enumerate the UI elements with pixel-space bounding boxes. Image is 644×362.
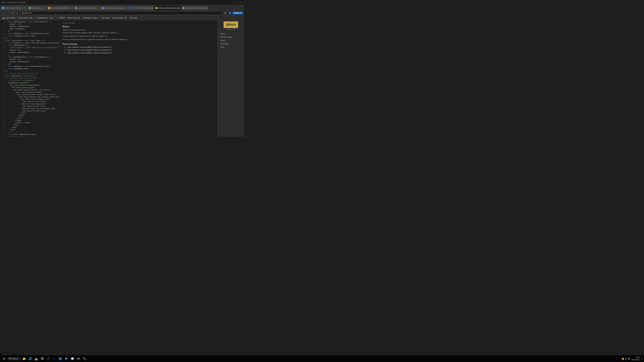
bookmark-label-3: Workspaces – Gith... [39,17,54,19]
tab-async[interactable]: (A) Async function is only available... … [181,6,208,10]
sidebar-install[interactable]: Install [219,39,243,42]
tab-close-3[interactable]: ✕ [72,7,74,9]
bookmark-code-institute-2[interactable]: Code Institute | Hac... [17,16,35,19]
tab-favicon-5 [102,7,104,9]
bookmark-label-7: color wheel [101,17,110,19]
bookmark-new-chat[interactable]: New chat [129,16,138,19]
sidebar-documentation[interactable]: Documentation [219,35,243,39]
warning-line-1: 15 [62,46,66,48]
tab-w3c[interactable]: The W3C CSS Validation Service ✕ [127,6,154,10]
tab-close-4[interactable]: ✕ [98,7,100,9]
tab-smart-vacations[interactable]: SmartVacations ✕ [28,6,47,10]
warning-text-1: 'async functions' is only available in E… [67,46,112,48]
tab-label-7: JSHint, a JavaScript Code Qualit... [158,7,181,9]
metrics-line-2: Function with the largest signature take… [62,31,215,34]
jshint-version: version 2.13.6 [219,28,243,30]
browser-title: JSHint, a JavaScript Code Qualit... [1,1,27,3]
bookmark-label-6: Windows5 · Web A... [83,17,99,19]
bookmarks-bar: 💻 Code Institute Code Institute | Hac...… [0,16,244,20]
tab-favicon-7 [156,7,158,9]
home-button[interactable]: ⌂ [16,11,20,15]
sidebar-nav: About Documentation Install Contribute B… [219,32,243,49]
tab-label-1: travel_advice.js · revolutionis... [5,7,23,9]
profile-button[interactable]: 👤 [228,11,232,15]
metrics-line-4: The most complex function has a cyclomat… [62,38,215,41]
bookmark-windows5[interactable]: Windows5 · Web A... [82,16,100,19]
tab-hackathon[interactable]: revolutionising-finance-hack... ✕ [74,6,100,10]
bookmark-python-tutor[interactable]: Python Tutor cod... [66,16,82,19]
tab-label-2: SmartVacations [32,7,42,9]
forward-button[interactable]: → [6,11,10,15]
bookmark-label-2: Code Institute | Hac... [18,17,34,19]
jshint-sidebar: JSHint version 2.13.6 About Documentatio… [217,20,244,137]
browser-chrome: JSHint, a JavaScript Code Qualit... – □ … [0,0,244,20]
warning-text-3: 'async functions' is only available in E… [67,52,112,54]
tab-travel-advice[interactable]: travel_advice.js · revolutionis... ✕ [1,6,28,10]
jshint-logo: JSHint version 2.13.6 [219,21,243,30]
code-editor[interactable]: 4546474849505152535455565758596061626364… [0,20,60,137]
warning-item-2: 39 'async functions' is only available i… [62,49,215,51]
js-text: JS [226,23,230,26]
tab-favicon-6 [129,7,131,9]
title-bar: JSHint, a JavaScript Code Qualit... – □ … [0,0,244,5]
bookmark-workspaces[interactable]: 🔧 Workspaces – Gith... [35,16,56,19]
new-tab-button[interactable]: + [208,6,212,10]
results-panel: CONFIGURE Metrics There are 7 functions … [60,20,217,137]
tab-label-5: api exchange rates · Google Se... [104,7,127,9]
code-panel: 4546474849505152535455565758596061626364… [0,20,60,137]
address-bar[interactable]: 🔒 jshint.com [20,11,222,15]
warning-line-3: 55 [62,52,66,54]
warnings-title: Three warnings [62,43,215,45]
maximize-button[interactable]: □ [236,1,239,4]
warning-item-3: 55 'async functions' is only available i… [62,52,215,54]
warning-item-1: 15 'async functions' is only available i… [62,46,215,48]
nav-bar: ← → ↻ ⌂ 🔒 jshint.com ⚙ 👤 Update ▼ [0,10,244,16]
update-button[interactable]: Update ▼ [232,12,243,14]
url-text: jshint.com [24,12,32,14]
bookmark-icon-2: 🔧 [36,17,38,19]
main-content: 4546474849505152535455565758596061626364… [0,20,244,137]
back-button[interactable]: ← [1,11,5,15]
extensions-button[interactable]: ⚙ [223,11,227,15]
tab-favicon-4 [75,7,77,9]
tab-favicon-8 [182,7,184,9]
metrics-section: Metrics There are 7 functions in this fi… [62,25,215,41]
bookmark-icon: 💻 [2,17,4,19]
metrics-text: There are 7 functions in this file. Func… [62,29,215,41]
sidebar-about[interactable]: About [219,32,243,35]
metrics-title: Metrics [62,25,215,28]
tab-favicon-2 [29,7,31,9]
metrics-line-1: There are 7 functions in this file. [62,29,215,31]
window-controls: – □ ✕ [232,1,243,4]
metrics-line-3: Largest function has 8 statements in it,… [62,35,215,37]
warnings-section: Three warnings 15 'async functions' is o… [62,43,215,54]
code-content[interactable]: const amadeuResponse = await fetch(amade… [5,20,60,137]
tab-label-8: (A) Async function is only available... [185,7,208,9]
bookmark-stackoverflow[interactable]: Stack Overflow - W... [111,16,129,19]
tab-api-rates[interactable]: api exchange rates · Google Se... ✕ [100,6,127,10]
tab-close-1[interactable]: ✕ [24,7,26,9]
warning-text-2: 'async functions' is only available in E… [67,49,112,51]
bookmark-github[interactable]: ⚫ GitHub [56,16,66,19]
sidebar-contribute[interactable]: Contribute [219,42,243,45]
close-button[interactable]: ✕ [239,1,243,4]
tab-bar: travel_advice.js · revolutionis... ✕ Sma… [0,5,244,10]
hint-text: Hint [230,23,236,26]
jshint-logo-box: JSHint [224,21,238,28]
minimize-button[interactable]: – [232,1,235,4]
warning-line-2: 39 [62,49,66,51]
bookmark-label-9: New chat [130,17,137,19]
tab-fetch[interactable]: JavaScript fetch() | Talking to... ✕ [47,6,74,10]
tab-jshint[interactable]: JSHint, a JavaScript Code Qualit... ✕ [154,6,181,10]
configure-label: CONFIGURE [62,22,215,24]
sidebar-blog[interactable]: Blog [219,45,243,49]
line-numbers: 4546474849505152535455565758596061626364… [0,20,5,137]
lock-icon: 🔒 [22,12,24,14]
tab-label-6: The W3C CSS Validation Service [131,7,154,9]
bookmark-color-wheel[interactable]: color wheel [100,16,111,19]
tab-label-4: revolutionising-finance-hack... [78,7,98,9]
tab-close-2[interactable]: ✕ [43,7,46,9]
bookmark-code-institute[interactable]: 💻 Code Institute [1,16,16,19]
tab-favicon-1 [2,7,4,9]
reload-button[interactable]: ↻ [11,11,15,15]
